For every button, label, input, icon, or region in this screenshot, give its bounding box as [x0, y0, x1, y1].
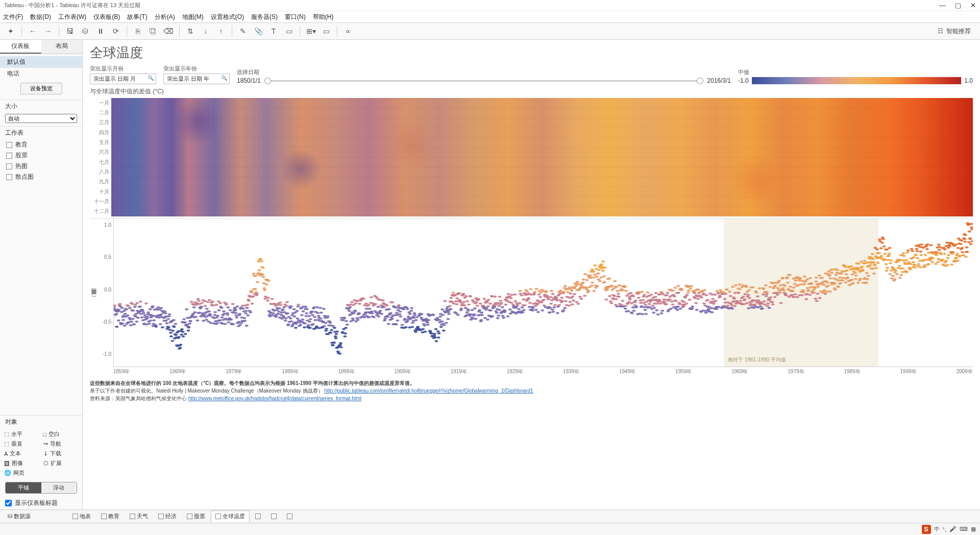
svg-point-1289: [668, 299, 672, 301]
swap-button[interactable]: ⇅: [184, 25, 197, 38]
maximize-button[interactable]: ▢: [955, 2, 961, 9]
new-story-tab[interactable]: [282, 512, 297, 521]
menu-analysis[interactable]: 分析(A): [155, 13, 175, 21]
sidebar-tab-dashboard[interactable]: 仪表板: [0, 40, 41, 54]
sidebar-tab-layout[interactable]: 布局: [41, 40, 83, 54]
sheet-item[interactable]: 股票: [0, 150, 82, 161]
ime-grid-icon[interactable]: ▦: [971, 526, 976, 532]
fit-dropdown[interactable]: ⊞▾: [304, 25, 317, 38]
svg-point-782: [449, 297, 453, 299]
obj-extension[interactable]: ⬡扩展: [43, 459, 79, 467]
obj-nav[interactable]: ↪导航: [43, 440, 79, 448]
forward-button[interactable]: →: [41, 25, 55, 38]
show-title-checkbox[interactable]: [5, 500, 12, 506]
menu-worksheet[interactable]: 工作表(W): [58, 13, 86, 21]
svg-point-358: [266, 297, 270, 299]
sort-desc-button[interactable]: ↑: [214, 25, 228, 38]
menu-story[interactable]: 故事(T): [127, 13, 147, 21]
text-button[interactable]: T: [267, 25, 280, 38]
footnote-link-2[interactable]: http://www.metoffice.gov.uk/hadobs/hadcr…: [188, 396, 361, 401]
menu-server[interactable]: 服务器(S): [251, 13, 278, 21]
new-datasource-button[interactable]: ⛁: [79, 25, 92, 38]
present-button[interactable]: ▭: [320, 25, 333, 38]
tableau-logo-icon[interactable]: ✦: [4, 25, 17, 38]
obj-horizontal[interactable]: ⬚水平: [4, 430, 39, 438]
sheet-tab[interactable]: 地表: [68, 510, 95, 522]
footnote-link-1[interactable]: http://public.tableau.com/profile/naledi…: [324, 388, 533, 394]
filter-year-select[interactable]: 突出显示 日期 年: [163, 74, 230, 84]
ime-punct-icon[interactable]: °,: [943, 526, 946, 532]
new-worksheet-button[interactable]: ⎘: [131, 25, 144, 38]
obj-web[interactable]: 🌐网页: [4, 469, 39, 477]
tile-button[interactable]: 平铺: [6, 482, 41, 493]
sheet-tab[interactable]: 天气: [125, 510, 153, 522]
ime-badge[interactable]: S: [922, 525, 931, 534]
back-button[interactable]: ←: [26, 25, 39, 38]
menu-file[interactable]: 文件(F): [3, 13, 23, 21]
heatmap-chart[interactable]: 一月二月三月四月五月六月七月八月九月十月十一月十二月: [90, 98, 973, 216]
svg-point-962: [527, 297, 530, 299]
scatter-body[interactable]: 相对于 1961-1990 平均值: [113, 219, 973, 367]
svg-point-1964: [959, 243, 963, 245]
svg-point-1452: [738, 288, 742, 290]
smart-recommend-button[interactable]: ☷ 智能推荐: [933, 27, 976, 36]
clear-button[interactable]: ⌫: [162, 25, 175, 38]
refresh-button[interactable]: ⟳: [109, 25, 122, 38]
sheet-tab[interactable]: 教育: [96, 510, 124, 522]
obj-image[interactable]: 🖼图像: [4, 459, 39, 467]
menu-window[interactable]: 窗口(N): [285, 13, 306, 21]
svg-point-690: [410, 310, 413, 312]
pause-button[interactable]: ⏸: [94, 25, 107, 38]
obj-text[interactable]: A文本: [4, 450, 39, 457]
scatter-chart[interactable]: 与中位温度的差值 (°C) 1.00.50.0-0.5-1.0 相对于 1961…: [90, 218, 973, 367]
svg-point-904: [502, 317, 505, 319]
show-labels-button[interactable]: ▭: [282, 25, 296, 38]
sheet-item[interactable]: 散点图: [0, 172, 82, 182]
obj-blank[interactable]: □空白: [43, 430, 79, 438]
sheet-tab[interactable]: 全球温度: [211, 510, 250, 522]
new-dashboard-tab[interactable]: [266, 512, 281, 521]
duplicate-button[interactable]: ⿻: [146, 25, 160, 38]
ime-keyboard-icon[interactable]: ⌨: [960, 526, 968, 532]
menu-dashboard[interactable]: 仪表板(B): [93, 13, 120, 21]
save-button[interactable]: 🖫: [63, 25, 77, 38]
svg-point-1741: [863, 260, 867, 262]
share-button[interactable]: ∝: [341, 25, 355, 38]
sidebar-phone[interactable]: 电话: [0, 68, 82, 80]
new-worksheet-tab[interactable]: [251, 512, 265, 521]
obj-download[interactable]: ⤓下载: [43, 450, 79, 457]
close-button[interactable]: ✕: [970, 2, 976, 9]
filter-month-select[interactable]: 突出显示 日期 月: [90, 74, 156, 84]
svg-point-472: [315, 306, 319, 308]
menu-format[interactable]: 设置格式(O): [211, 13, 244, 21]
device-preview-button[interactable]: 设备预览: [20, 83, 62, 94]
date-slider[interactable]: [265, 80, 703, 82]
svg-point-1112: [592, 271, 595, 273]
ime-mic-icon[interactable]: 🎤: [949, 526, 957, 532]
sheet-tab[interactable]: 股票: [182, 510, 210, 522]
minimize-button[interactable]: —: [939, 2, 946, 9]
sheet-tab[interactable]: 经济: [154, 510, 181, 522]
obj-vertical[interactable]: ⬚垂直: [4, 440, 39, 448]
size-select[interactable]: 自动: [5, 114, 77, 123]
svg-point-1539: [776, 294, 779, 296]
heatmap-body[interactable]: [111, 98, 973, 216]
sheet-item[interactable]: 热图: [0, 161, 82, 172]
menu-map[interactable]: 地图(M): [182, 13, 204, 21]
sidebar-default[interactable]: 默认值: [0, 56, 82, 68]
svg-point-75: [144, 303, 148, 305]
menu-data[interactable]: 数据(D): [30, 13, 51, 21]
ime-lang[interactable]: 中: [934, 525, 940, 533]
svg-point-43: [131, 303, 134, 305]
float-button[interactable]: 浮动: [41, 482, 77, 493]
sort-asc-button[interactable]: ↓: [199, 25, 212, 38]
highlight-button[interactable]: ✎: [236, 25, 250, 38]
color-legend[interactable]: [752, 77, 962, 84]
svg-point-771: [445, 322, 448, 324]
sheet-item[interactable]: 教育: [0, 139, 82, 150]
svg-point-763: [441, 314, 445, 316]
svg-point-84: [149, 308, 152, 310]
group-button[interactable]: 📎: [252, 25, 265, 38]
menu-help[interactable]: 帮助(H): [313, 13, 334, 21]
datasource-tab[interactable]: ⛁数据源: [3, 510, 35, 522]
